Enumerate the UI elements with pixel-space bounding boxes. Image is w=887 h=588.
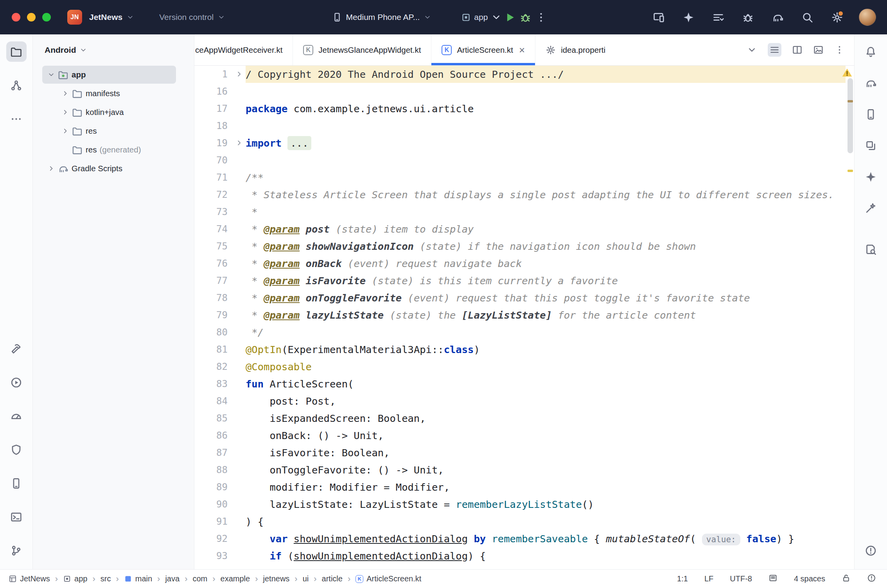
gutter[interactable]: 85 bbox=[194, 410, 246, 427]
gutter[interactable]: 79 bbox=[194, 307, 246, 324]
structure-tool-icon[interactable] bbox=[6, 75, 27, 95]
chevron-down-icon[interactable] bbox=[45, 70, 57, 79]
gutter[interactable]: 18 bbox=[194, 117, 246, 134]
code-line[interactable]: 91) { bbox=[194, 513, 846, 530]
gutter[interactable]: 81 bbox=[194, 341, 246, 358]
code-text[interactable]: var showUnimplementedActionDialog by rem… bbox=[246, 530, 846, 547]
code-text[interactable] bbox=[246, 117, 846, 134]
code-line[interactable]: 1/ Copyright 2020 The Android Open Sourc… bbox=[194, 66, 846, 83]
tree-item-res[interactable]: res(generated) bbox=[42, 141, 176, 159]
chevron-right-icon[interactable] bbox=[59, 108, 71, 117]
indent-setting[interactable]: 4 spaces bbox=[794, 574, 825, 583]
code-text[interactable]: * Stateless Article Screen that displays… bbox=[246, 186, 846, 203]
version-control-tool-icon[interactable] bbox=[6, 540, 27, 561]
gutter[interactable]: 78 bbox=[194, 289, 246, 307]
code-line[interactable]: 18 bbox=[194, 117, 846, 134]
build-variants-icon[interactable] bbox=[861, 135, 881, 156]
code-text[interactable]: * @param onToggleFavorite (event) reques… bbox=[246, 289, 846, 307]
gutter[interactable]: 88 bbox=[194, 461, 246, 479]
code-line[interactable]: 72 * Stateless Article Screen that displ… bbox=[194, 186, 846, 203]
gutter[interactable]: 83 bbox=[194, 375, 246, 393]
editor-more-icon[interactable] bbox=[834, 45, 845, 55]
notifications-icon[interactable] bbox=[861, 41, 881, 62]
gutter[interactable]: 72 bbox=[194, 186, 246, 203]
gutter[interactable]: 80 bbox=[194, 324, 246, 341]
breadcrumb-item[interactable]: main bbox=[124, 574, 152, 583]
code-line[interactable]: 71/** bbox=[194, 169, 846, 186]
gemini-icon[interactable] bbox=[861, 167, 881, 187]
close-button[interactable] bbox=[12, 13, 20, 22]
code-line[interactable]: 87 isFavorite: Boolean, bbox=[194, 444, 846, 461]
chevron-right-icon[interactable] bbox=[59, 89, 71, 98]
code-text[interactable]: package com.example.jetnews.ui.article bbox=[246, 100, 846, 117]
run-button[interactable] bbox=[502, 9, 517, 25]
code-text[interactable]: * @param isFavorite (state) is this item… bbox=[246, 272, 846, 289]
tab-ceappwidgetreceiver-kt[interactable]: ceAppWidgetReceiver.kt bbox=[194, 34, 293, 65]
code-line[interactable]: 75 * @param showNavigationIcon (state) i… bbox=[194, 238, 846, 255]
project-view-selector[interactable]: Android bbox=[33, 34, 194, 60]
code-line[interactable]: 17package com.example.jetnews.ui.article bbox=[194, 100, 846, 117]
gutter[interactable]: 84 bbox=[194, 393, 246, 410]
gutter[interactable]: 74 bbox=[194, 220, 246, 238]
bug-report-icon[interactable] bbox=[740, 9, 756, 25]
tab-idea-properti[interactable]: idea.properti bbox=[535, 34, 616, 65]
more-actions-button[interactable] bbox=[533, 9, 549, 25]
tree-item-kotlin-java[interactable]: kotlin+java bbox=[42, 103, 176, 121]
code-text[interactable]: fun ArticleScreen( bbox=[246, 375, 846, 393]
code-line[interactable]: 89 modifier: Modifier = Modifier, bbox=[194, 479, 846, 496]
profiler-icon[interactable] bbox=[6, 406, 27, 426]
gutter[interactable]: 93 bbox=[194, 547, 246, 565]
breadcrumb-item[interactable]: jetnews bbox=[263, 574, 290, 583]
gutter[interactable]: 1 bbox=[194, 66, 246, 83]
gutter[interactable]: 71 bbox=[194, 169, 246, 186]
zoom-button[interactable] bbox=[42, 13, 51, 22]
code-line[interactable]: 93 if (showUnimplementedActionDialog) { bbox=[194, 547, 846, 565]
gutter[interactable]: 16 bbox=[194, 83, 246, 100]
code-text[interactable]: */ bbox=[246, 324, 846, 341]
gemini-icon[interactable] bbox=[681, 9, 696, 25]
build-tool-icon[interactable] bbox=[6, 339, 27, 359]
code-text[interactable]: * @param showNavigationIcon (state) if t… bbox=[246, 238, 846, 255]
code-text[interactable]: onToggleFavorite: () -> Unit, bbox=[246, 461, 846, 479]
vcs-menu[interactable]: Version control bbox=[154, 6, 230, 28]
problems-icon[interactable] bbox=[861, 540, 881, 561]
run-configuration[interactable]: app bbox=[461, 12, 502, 23]
code-text[interactable]: post: Post, bbox=[246, 393, 846, 410]
close-tab-icon[interactable]: × bbox=[519, 45, 525, 55]
gutter[interactable]: 89 bbox=[194, 479, 246, 496]
code-text[interactable]: @OptIn(ExperimentalMaterial3Api::class) bbox=[246, 341, 846, 358]
scrollbar-thumb[interactable] bbox=[847, 78, 853, 153]
app-quality-insights-icon[interactable] bbox=[6, 439, 27, 460]
split-editor-icon[interactable] bbox=[792, 45, 803, 55]
code-text[interactable]: isFavorite: Boolean, bbox=[246, 444, 846, 461]
code-line[interactable]: 78 * @param onToggleFavorite (event) req… bbox=[194, 289, 846, 307]
code-line[interactable]: 92 var showUnimplementedActionDialog by … bbox=[194, 530, 846, 547]
gutter[interactable]: 91 bbox=[194, 513, 246, 530]
code-text[interactable]: /** bbox=[246, 169, 846, 186]
code-line[interactable]: 83fun ArticleScreen( bbox=[194, 375, 846, 393]
breadcrumb-item[interactable]: com bbox=[192, 574, 207, 583]
breadcrumb-item[interactable]: ui bbox=[303, 574, 309, 583]
editor-scrollbar[interactable] bbox=[846, 66, 854, 569]
code-text[interactable]: lazyListState: LazyListState = rememberL… bbox=[246, 496, 846, 513]
gradle-sync-icon[interactable] bbox=[770, 9, 785, 25]
tree-item-app[interactable]: app bbox=[42, 66, 176, 84]
code-line[interactable]: 84 post: Post, bbox=[194, 393, 846, 410]
code-line[interactable]: 88 onToggleFavorite: () -> Unit, bbox=[194, 461, 846, 479]
preview-icon[interactable] bbox=[813, 45, 824, 55]
editor-list-icon[interactable] bbox=[768, 43, 781, 57]
code-text[interactable]: * @param post (state) item to display bbox=[246, 220, 846, 238]
code-text[interactable]: onBack: () -> Unit, bbox=[246, 427, 846, 444]
line-separator[interactable]: LF bbox=[704, 574, 713, 583]
chevron-right-icon[interactable] bbox=[45, 164, 57, 173]
code-text[interactable]: isExpandedScreen: Boolean, bbox=[246, 410, 846, 427]
code-line[interactable]: 82@Composable bbox=[194, 358, 846, 375]
device-manager-icon[interactable] bbox=[6, 473, 27, 493]
more-tool-windows-icon[interactable] bbox=[6, 109, 27, 129]
code-line[interactable]: 90 lazyListState: LazyListState = rememb… bbox=[194, 496, 846, 513]
breadcrumb-item[interactable]: article bbox=[322, 574, 343, 583]
code-text[interactable] bbox=[246, 152, 846, 169]
code-line[interactable]: 80 */ bbox=[194, 324, 846, 341]
tree-item-gradle-scripts[interactable]: Gradle Scripts bbox=[42, 160, 176, 177]
debug-button[interactable] bbox=[517, 9, 533, 25]
